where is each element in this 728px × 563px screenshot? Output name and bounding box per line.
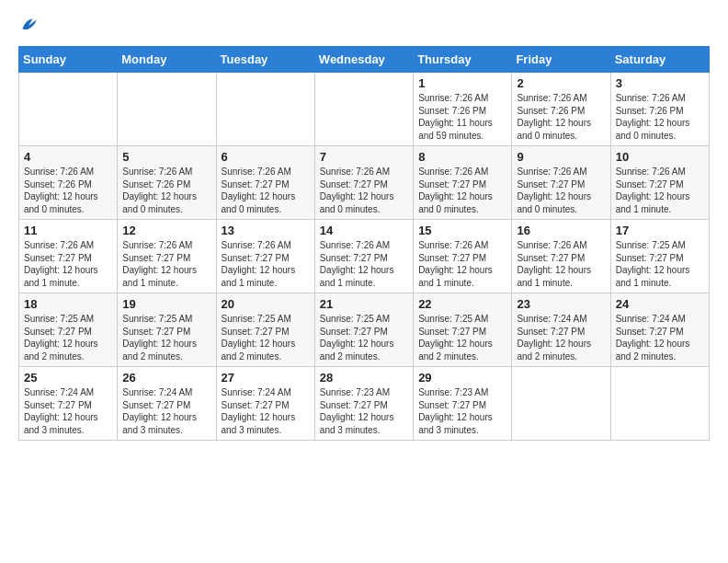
day-info: Sunrise: 7:24 AMSunset: 7:27 PMDaylight:…: [222, 386, 310, 436]
day-info: Sunrise: 7:24 AMSunset: 7:27 PMDaylight:…: [517, 313, 605, 362]
calendar-day-cell: 17Sunrise: 7:25 AMSunset: 7:27 PMDayligh…: [610, 220, 709, 293]
day-info: Sunrise: 7:26 AMSunset: 7:27 PMDaylight:…: [320, 166, 408, 215]
calendar-day-cell: [512, 367, 610, 441]
day-info: Sunrise: 7:25 AMSunset: 7:27 PMDaylight:…: [24, 313, 112, 362]
calendar-day-cell: 7Sunrise: 7:26 AMSunset: 7:27 PMDaylight…: [314, 146, 413, 220]
day-info: Sunrise: 7:25 AMSunset: 7:27 PMDaylight:…: [418, 313, 506, 362]
day-number: 6: [222, 150, 310, 164]
calendar-day-cell: 9Sunrise: 7:26 AMSunset: 7:27 PMDaylight…: [512, 146, 610, 220]
logo: [18, 15, 42, 39]
day-number: 26: [122, 371, 210, 385]
day-info: Sunrise: 7:26 AMSunset: 7:27 PMDaylight:…: [517, 239, 605, 289]
day-info: Sunrise: 7:26 AMSunset: 7:27 PMDaylight:…: [517, 166, 605, 215]
day-info: Sunrise: 7:26 AMSunset: 7:27 PMDaylight:…: [320, 239, 408, 289]
day-of-week-header: Monday: [118, 47, 216, 73]
calendar-day-cell: 19Sunrise: 7:25 AMSunset: 7:27 PMDayligh…: [118, 293, 216, 367]
calendar-day-cell: 28Sunrise: 7:23 AMSunset: 7:27 PMDayligh…: [314, 367, 413, 441]
day-number: 28: [320, 371, 408, 385]
day-number: 4: [24, 150, 112, 164]
calendar-day-cell: 8Sunrise: 7:26 AMSunset: 7:27 PMDaylight…: [414, 146, 512, 220]
day-info: Sunrise: 7:26 AMSunset: 7:26 PMDaylight:…: [616, 92, 704, 142]
calendar-day-cell: 1Sunrise: 7:26 AMSunset: 7:26 PMDaylight…: [414, 73, 512, 146]
day-number: 13: [222, 224, 310, 237]
calendar-week-row: 18Sunrise: 7:25 AMSunset: 7:27 PMDayligh…: [19, 293, 710, 367]
day-number: 15: [418, 224, 506, 237]
day-number: 24: [616, 297, 704, 311]
day-info: Sunrise: 7:25 AMSunset: 7:27 PMDaylight:…: [320, 313, 408, 362]
day-number: 22: [418, 297, 506, 311]
day-of-week-header: Sunday: [19, 47, 118, 73]
day-number: 17: [616, 224, 704, 237]
day-info: Sunrise: 7:24 AMSunset: 7:27 PMDaylight:…: [616, 313, 704, 362]
day-number: 10: [616, 150, 704, 164]
day-number: 20: [222, 297, 310, 311]
day-number: 7: [320, 150, 408, 164]
calendar-day-cell: 25Sunrise: 7:24 AMSunset: 7:27 PMDayligh…: [19, 367, 118, 441]
day-number: 18: [24, 297, 112, 311]
day-info: Sunrise: 7:25 AMSunset: 7:27 PMDaylight:…: [122, 313, 210, 362]
calendar-day-cell: 21Sunrise: 7:25 AMSunset: 7:27 PMDayligh…: [314, 293, 413, 367]
day-number: 19: [122, 297, 210, 311]
calendar-day-cell: 29Sunrise: 7:23 AMSunset: 7:27 PMDayligh…: [414, 367, 512, 441]
calendar-day-cell: 15Sunrise: 7:26 AMSunset: 7:27 PMDayligh…: [414, 220, 512, 293]
calendar-table: SundayMondayTuesdayWednesdayThursdayFrid…: [18, 46, 710, 441]
calendar-day-cell: 5Sunrise: 7:26 AMSunset: 7:26 PMDaylight…: [118, 146, 216, 220]
day-info: Sunrise: 7:25 AMSunset: 7:27 PMDaylight:…: [222, 313, 310, 362]
day-of-week-header: Friday: [512, 47, 610, 73]
day-info: Sunrise: 7:26 AMSunset: 7:26 PMDaylight:…: [418, 92, 506, 142]
day-number: 14: [320, 224, 408, 237]
calendar-day-cell: 27Sunrise: 7:24 AMSunset: 7:27 PMDayligh…: [216, 367, 314, 441]
calendar-day-cell: 2Sunrise: 7:26 AMSunset: 7:26 PMDaylight…: [512, 73, 610, 146]
day-info: Sunrise: 7:25 AMSunset: 7:27 PMDaylight:…: [616, 239, 704, 289]
calendar-day-cell: 12Sunrise: 7:26 AMSunset: 7:27 PMDayligh…: [118, 220, 216, 293]
calendar-body: 1Sunrise: 7:26 AMSunset: 7:26 PMDaylight…: [19, 73, 710, 441]
day-info: Sunrise: 7:24 AMSunset: 7:27 PMDaylight:…: [122, 386, 210, 436]
day-number: 12: [122, 224, 210, 237]
calendar-day-cell: 20Sunrise: 7:25 AMSunset: 7:27 PMDayligh…: [216, 293, 314, 367]
day-number: 16: [517, 224, 605, 237]
calendar-week-row: 1Sunrise: 7:26 AMSunset: 7:26 PMDaylight…: [19, 73, 710, 146]
day-number: 8: [418, 150, 506, 164]
day-number: 9: [517, 150, 605, 164]
calendar-day-cell: 13Sunrise: 7:26 AMSunset: 7:27 PMDayligh…: [216, 220, 314, 293]
day-info: Sunrise: 7:26 AMSunset: 7:27 PMDaylight:…: [24, 239, 112, 289]
day-of-week-header: Saturday: [610, 47, 709, 73]
calendar-day-cell: 3Sunrise: 7:26 AMSunset: 7:26 PMDaylight…: [610, 73, 709, 146]
day-of-week-header: Tuesday: [216, 47, 314, 73]
day-info: Sunrise: 7:26 AMSunset: 7:27 PMDaylight:…: [418, 166, 506, 215]
day-info: Sunrise: 7:26 AMSunset: 7:27 PMDaylight:…: [418, 239, 506, 289]
calendar-day-cell: [216, 73, 314, 146]
day-number: 3: [616, 76, 704, 90]
day-number: 11: [24, 224, 112, 237]
day-info: Sunrise: 7:26 AMSunset: 7:26 PMDaylight:…: [122, 166, 210, 215]
page-header: [18, 15, 710, 39]
day-number: 1: [418, 76, 506, 90]
calendar-day-cell: 23Sunrise: 7:24 AMSunset: 7:27 PMDayligh…: [512, 293, 610, 367]
calendar-day-cell: [118, 73, 216, 146]
calendar-day-cell: [610, 367, 709, 441]
day-info: Sunrise: 7:23 AMSunset: 7:27 PMDaylight:…: [320, 386, 408, 436]
calendar-day-cell: 16Sunrise: 7:26 AMSunset: 7:27 PMDayligh…: [512, 220, 610, 293]
calendar-day-cell: 10Sunrise: 7:26 AMSunset: 7:27 PMDayligh…: [610, 146, 709, 220]
day-info: Sunrise: 7:26 AMSunset: 7:27 PMDaylight:…: [222, 166, 310, 215]
day-number: 23: [517, 297, 605, 311]
calendar-week-row: 4Sunrise: 7:26 AMSunset: 7:26 PMDaylight…: [19, 146, 710, 220]
calendar-day-cell: 6Sunrise: 7:26 AMSunset: 7:27 PMDaylight…: [216, 146, 314, 220]
calendar-day-cell: 26Sunrise: 7:24 AMSunset: 7:27 PMDayligh…: [118, 367, 216, 441]
calendar-day-cell: [314, 73, 413, 146]
day-of-week-header: Thursday: [414, 47, 512, 73]
day-info: Sunrise: 7:24 AMSunset: 7:27 PMDaylight:…: [24, 386, 112, 436]
day-number: 5: [122, 150, 210, 164]
day-number: 25: [24, 371, 112, 385]
day-info: Sunrise: 7:26 AMSunset: 7:26 PMDaylight:…: [517, 92, 605, 142]
calendar-day-cell: [19, 73, 118, 146]
calendar-week-row: 11Sunrise: 7:26 AMSunset: 7:27 PMDayligh…: [19, 220, 710, 293]
day-info: Sunrise: 7:23 AMSunset: 7:27 PMDaylight:…: [418, 386, 506, 436]
logo-icon: [18, 15, 39, 39]
day-number: 29: [418, 371, 506, 385]
calendar-day-cell: 24Sunrise: 7:24 AMSunset: 7:27 PMDayligh…: [610, 293, 709, 367]
day-number: 27: [222, 371, 310, 385]
day-info: Sunrise: 7:26 AMSunset: 7:27 PMDaylight:…: [616, 166, 704, 215]
day-of-week-header: Wednesday: [314, 47, 413, 73]
day-number: 21: [320, 297, 408, 311]
